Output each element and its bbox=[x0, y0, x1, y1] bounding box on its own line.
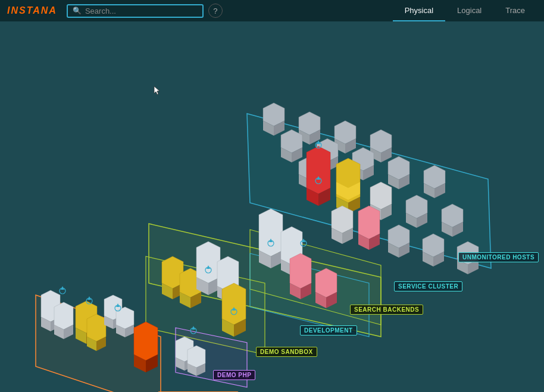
viz-svg bbox=[0, 21, 544, 392]
svg-marker-53 bbox=[332, 206, 353, 233]
tab-logical[interactable]: Logical bbox=[445, 0, 493, 21]
svg-marker-68 bbox=[259, 209, 283, 256]
svg-marker-44 bbox=[370, 182, 392, 209]
svg-marker-86 bbox=[196, 242, 220, 283]
label-search-backends: SEARCH BACKENDS bbox=[350, 305, 423, 315]
svg-marker-74 bbox=[290, 253, 311, 288]
svg-marker-98 bbox=[87, 314, 106, 341]
svg-marker-104 bbox=[54, 302, 73, 330]
search-container: 🔍 bbox=[67, 4, 204, 18]
tab-physical[interactable]: Physical bbox=[393, 0, 445, 21]
label-demo-sandbox: DEMO SANDBOX bbox=[256, 347, 317, 357]
search-icon: 🔍 bbox=[73, 7, 82, 15]
svg-marker-77 bbox=[315, 268, 337, 297]
svg-marker-113 bbox=[134, 322, 158, 360]
label-service-cluster: SERVICE CLUSTER bbox=[394, 281, 462, 291]
svg-marker-37 bbox=[307, 146, 330, 194]
visualization-canvas: UNMONITORED HOSTS SERVICE CLUSTER SEARCH… bbox=[0, 21, 544, 392]
help-button[interactable]: ? bbox=[208, 4, 223, 18]
label-demo-php: DEMO PHP bbox=[213, 370, 255, 380]
svg-marker-92 bbox=[222, 283, 246, 325]
tab-trace[interactable]: Trace bbox=[493, 0, 537, 21]
nav-tabs: PhysicalLogicalTrace bbox=[393, 0, 537, 21]
svg-marker-56 bbox=[358, 206, 380, 239]
search-input[interactable] bbox=[85, 7, 192, 15]
svg-marker-110 bbox=[116, 307, 134, 329]
label-development: DEVELOPMENT bbox=[300, 325, 357, 335]
svg-marker-119 bbox=[187, 346, 205, 368]
label-unmonitored-hosts: UNMONITORED HOSTS bbox=[458, 252, 539, 262]
header: INSTANA 🔍 ? PhysicalLogicalTrace bbox=[0, 0, 544, 21]
logo: INSTANA bbox=[7, 5, 57, 16]
